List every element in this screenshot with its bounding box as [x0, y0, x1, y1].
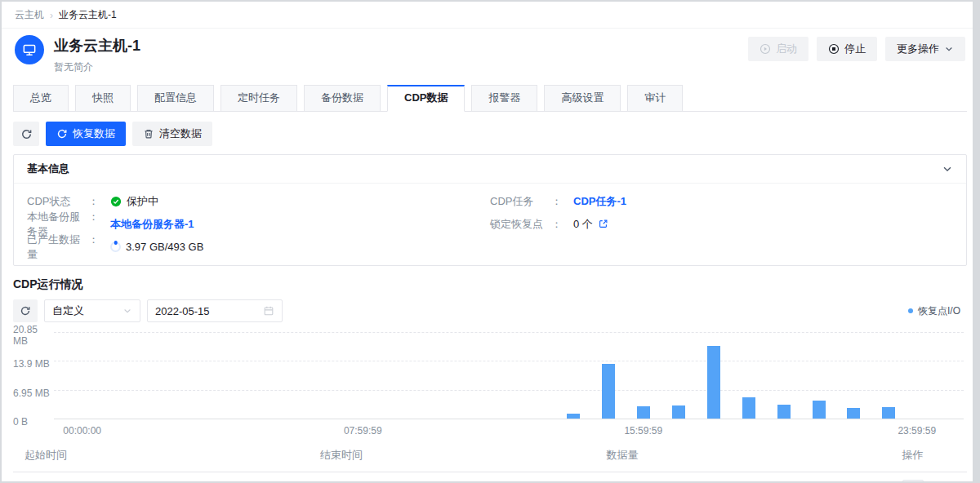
- bar-18:00:00: [707, 346, 720, 419]
- x-axis-label: 00:00:00: [63, 425, 101, 436]
- chart-legend: 恢复点I/O: [908, 304, 967, 318]
- chevron-down-icon: [122, 306, 132, 316]
- tab-7[interactable]: 报警器: [471, 85, 537, 112]
- bar-16:00:00: [637, 406, 650, 419]
- bar-15:00:00: [602, 364, 615, 419]
- cell-actions: →: [891, 472, 967, 483]
- start-button[interactable]: 启动: [748, 37, 808, 61]
- stop-button[interactable]: 停止: [817, 37, 877, 61]
- bar-17:00:00: [672, 405, 685, 419]
- bar-19:00:00: [742, 397, 755, 419]
- breadcrumb-parent-link[interactable]: 云主机: [15, 8, 44, 22]
- progress-ring-icon: [110, 242, 121, 252]
- stop-icon: [828, 43, 840, 55]
- play-icon: [760, 43, 771, 55]
- tab-2[interactable]: 快照: [75, 85, 131, 112]
- chart-refresh-button[interactable]: [13, 299, 38, 322]
- stop-button-label: 停止: [844, 42, 866, 56]
- legend-label: 恢复点I/O: [918, 304, 960, 318]
- basic-info-body: CDP状态：保护中本地备份服务器：本地备份服务器-1已产生数据量：3.97 GB…: [14, 184, 966, 265]
- vm-detail-page: 云主机 › 业务云主机-1 业务云主机-1 暂无简介 启动 停止: [0, 0, 980, 483]
- info-field-value: 0 个: [573, 217, 608, 232]
- cell-end-time: 2022-05-15 14:59:59: [309, 475, 595, 483]
- info-field-label: 已产生数据量：: [27, 233, 102, 262]
- info-link[interactable]: CDP任务-1: [573, 194, 626, 209]
- tab-9[interactable]: 审计: [627, 85, 683, 112]
- info-field-value: CDP任务-1: [573, 194, 626, 209]
- restore-refresh-icon: [56, 128, 68, 140]
- info-field-value: 本地备份服务器-1: [110, 217, 194, 232]
- info-field: 已产生数据量：3.97 GB/493 GB: [27, 240, 490, 254]
- more-actions-label: 更多操作: [897, 42, 939, 56]
- clear-data-button[interactable]: 清空数据: [132, 122, 212, 146]
- cdp-activity-title: CDP运行情况: [13, 277, 967, 292]
- tab-3[interactable]: 配置信息: [137, 85, 214, 112]
- tab-4[interactable]: 定时任务: [220, 85, 297, 112]
- basic-info-title: 基本信息: [27, 162, 69, 176]
- row-restore-arrow-button[interactable]: →: [902, 480, 924, 483]
- info-field-value: 3.97 GB/493 GB: [110, 241, 203, 253]
- time-range-select[interactable]: 自定义: [44, 299, 140, 322]
- info-link[interactable]: 本地备份服务器-1: [110, 217, 194, 232]
- collapse-chevron-icon[interactable]: [942, 163, 953, 175]
- column-header: 操作: [891, 440, 967, 472]
- refresh-button[interactable]: [13, 122, 39, 146]
- bar-14:00:00: [567, 414, 580, 419]
- breadcrumb-current: 业务云主机-1: [59, 8, 117, 22]
- time-range-value: 自定义: [52, 304, 84, 318]
- chart-controls: 自定义 2022-05-15 恢复点I/O: [13, 299, 967, 322]
- tab-6-active[interactable]: CDP数据: [387, 85, 465, 112]
- info-field: CDP状态：保护中: [27, 194, 490, 208]
- x-axis-label: 23:59:59: [898, 425, 936, 436]
- cdp-io-bar-chart: 20.85 MB13.9 MB6.95 MB0 B00:00:0007:59:5…: [13, 329, 967, 433]
- column-header: 起始时间: [13, 440, 309, 472]
- basic-info-header: 基本信息: [14, 155, 966, 184]
- page-title: 业务云主机-1: [54, 36, 140, 55]
- breadcrumb: 云主机 › 业务云主机-1: [2, 2, 978, 29]
- basic-info-panel: 基本信息 CDP状态：保护中本地备份服务器：本地备份服务器-1已产生数据量：3.…: [13, 154, 967, 266]
- tab-5[interactable]: 备份数据: [304, 85, 381, 112]
- basic-info-column-right: CDP任务：CDP任务-1锁定恢复点：0 个: [490, 185, 953, 254]
- refresh-icon: [20, 305, 31, 317]
- table-header-row: 起始时间结束时间数据量操作: [13, 440, 967, 472]
- chart-gridline: [54, 419, 964, 419]
- more-actions-button[interactable]: 更多操作: [885, 37, 965, 61]
- info-field: 本地备份服务器：本地备份服务器-1: [27, 217, 490, 231]
- info-field: CDP任务：CDP任务-1: [490, 194, 953, 208]
- tab-bar: 总览快照配置信息定时任务备份数据CDP数据报警器高级设置审计: [13, 85, 967, 112]
- info-field-label: 锁定恢复点：: [490, 217, 565, 232]
- chart-gridline: [54, 390, 964, 391]
- bar-21:00:00: [813, 401, 826, 419]
- trash-icon: [143, 128, 154, 140]
- bar-22:00:00: [847, 408, 860, 419]
- chevron-down-icon: [944, 44, 954, 54]
- tab-1[interactable]: 总览: [13, 85, 69, 112]
- external-link-icon[interactable]: [598, 219, 608, 229]
- bar-20:00:00: [777, 405, 791, 419]
- date-picker-value: 2022-05-15: [155, 305, 210, 317]
- y-axis-label: 20.85 MB: [13, 324, 51, 347]
- legend-dot-icon: [908, 308, 913, 313]
- cell-data-size: 1.13 MB: [595, 475, 890, 483]
- tab-8[interactable]: 高级设置: [544, 85, 621, 112]
- column-header: 结束时间: [309, 440, 595, 472]
- start-button-label: 启动: [776, 42, 797, 56]
- breadcrumb-separator: ›: [50, 10, 53, 21]
- info-field-value: 保护中: [110, 194, 158, 209]
- table-body: 2022-05-15 14:00:002022-05-15 14:59:591.…: [13, 472, 967, 483]
- restore-data-button[interactable]: 恢复数据: [46, 122, 126, 146]
- info-field: 锁定恢复点：0 个: [490, 217, 953, 231]
- recovery-points-table: 起始时间结束时间数据量操作 2022-05-15 14:00:002022-05…: [13, 440, 967, 483]
- y-axis-label: 6.95 MB: [13, 388, 51, 399]
- clear-data-label: 清空数据: [159, 126, 202, 141]
- status-protected-icon: [110, 196, 122, 207]
- date-picker[interactable]: 2022-05-15: [147, 299, 283, 322]
- table-row: 2022-05-15 14:00:002022-05-15 14:59:591.…: [13, 472, 967, 483]
- scrollbar[interactable]: [973, 2, 978, 481]
- y-axis-label: 13.9 MB: [13, 358, 51, 370]
- vm-monitor-icon: [15, 35, 44, 64]
- x-axis-label: 15:59:59: [624, 425, 662, 436]
- toolbar: 恢复数据 清空数据: [13, 122, 967, 146]
- page-subtitle: 暂无简介: [54, 60, 140, 74]
- column-header: 数据量: [595, 440, 890, 472]
